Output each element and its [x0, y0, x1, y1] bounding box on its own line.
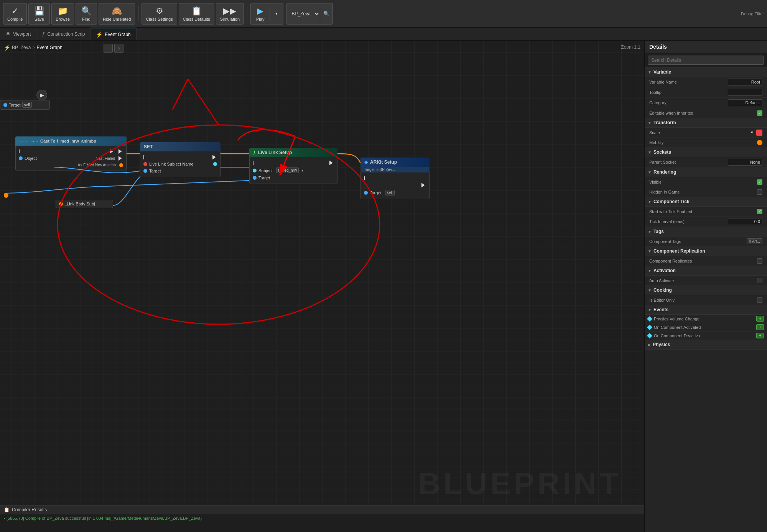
- hide-unrelated-button[interactable]: 🙈 Hide Unrelated: [99, 3, 135, 25]
- livelink-exec-out: [329, 161, 334, 165]
- livelink-target-pin: [253, 176, 257, 180]
- tooltip-label: Tooltip: [649, 90, 725, 95]
- category-input[interactable]: [728, 99, 762, 106]
- find-button[interactable]: 🔍 Find: [76, 3, 97, 25]
- sockets-section-label: Sockets: [653, 149, 671, 155]
- arkit-header: ◆ ARKit Setup: [360, 158, 430, 167]
- cast-exec-out: [110, 149, 114, 154]
- arkit-header-label: ARKit Setup: [370, 159, 397, 165]
- section-events[interactable]: ▼ Events: [645, 305, 767, 315]
- save-button[interactable]: 💾 Save: [28, 3, 50, 25]
- breadcrumb-blueprint: BP_Zeva: [12, 45, 31, 50]
- livelink-exec-row: [250, 159, 337, 166]
- viewport-icon: 👁: [5, 31, 11, 37]
- class-defaults-button[interactable]: 📋 Class Defaults: [179, 3, 214, 25]
- cooking-section-label: Cooking: [653, 287, 672, 293]
- start-with-tick-row: Start with Tick Enabled ✓: [645, 207, 767, 217]
- hidden-in-game-row: Hidden in Game: [645, 187, 767, 197]
- breadcrumb: ⚡ BP_Zeva > Event Graph: [4, 44, 63, 51]
- tab-construction-script[interactable]: ƒ Construction Scrip: [36, 28, 91, 40]
- node-livelink: ƒ Live Link Setup Subject f_med_nrw ▾: [249, 148, 337, 184]
- nav-back-button[interactable]: ‹: [104, 44, 113, 53]
- play-label: Play: [256, 17, 264, 21]
- is-editor-only-checkbox[interactable]: [757, 297, 762, 303]
- play-button[interactable]: ▶ Play: [251, 3, 270, 24]
- tab-event-graph[interactable]: ⚡ Event Graph: [91, 28, 136, 40]
- mobility-indicator: [757, 140, 762, 145]
- on-deactivated-label: On Component Deactiva...: [654, 333, 754, 338]
- on-deactivated-add-btn[interactable]: +: [756, 333, 764, 338]
- tab-viewport-label: Viewport: [13, 31, 31, 37]
- details-panel: Details ▼ Variable Variable Name Tooltip…: [644, 41, 767, 532]
- cast-header-label: →→ Cast To f_med_nrw_animbp: [31, 139, 96, 143]
- arkit-exec-in: [364, 176, 369, 181]
- zoom-indicator: Zoom 1:1: [621, 44, 640, 50]
- section-cooking[interactable]: ▼ Cooking: [645, 286, 767, 295]
- tab-construction-label: Construction Scrip: [47, 31, 85, 37]
- editable-inherited-row: Editable when Inherited ✓: [645, 108, 767, 118]
- tab-viewport[interactable]: 👁 Viewport: [0, 28, 36, 40]
- arkit-play-row: [361, 182, 429, 189]
- physics-volume-add-btn[interactable]: +: [756, 316, 764, 322]
- canvas-play-button[interactable]: ▶: [36, 90, 47, 100]
- hidden-in-game-checkbox[interactable]: [757, 189, 762, 195]
- toolbar-separator-1: [138, 6, 138, 21]
- livelink-target-row: Target: [250, 174, 337, 181]
- details-search-area: [645, 53, 767, 67]
- section-variable[interactable]: ▼ Variable: [645, 67, 767, 77]
- compile-button[interactable]: ✓ Compile: [3, 3, 27, 25]
- scale-dropdown[interactable]: ▾: [751, 130, 753, 135]
- find-icon: 🔍: [81, 6, 92, 16]
- on-activated-diamond: [647, 324, 652, 330]
- variable-name-input[interactable]: [728, 79, 762, 85]
- compiler-title: Compiler Results: [12, 507, 47, 512]
- class-settings-button[interactable]: ⚙ Class Settings: [142, 3, 177, 25]
- auto-activate-checkbox[interactable]: [757, 278, 762, 283]
- set-target-label: Target: [149, 169, 161, 173]
- nav-forward-button[interactable]: ›: [114, 44, 123, 53]
- blueprint-canvas[interactable]: ⚡ BP_Zeva > Event Graph ‹ › Zoom 1:1 ▶ T…: [0, 41, 644, 532]
- parent-socket-input[interactable]: [728, 159, 762, 166]
- compiler-content: • [5865,73] Compile of BP_Zeva successfu…: [0, 514, 644, 522]
- cast-fail-pin: [119, 156, 123, 161]
- debug-select[interactable]: BP_Zeva: [287, 3, 320, 24]
- section-activation[interactable]: ▼ Activation: [645, 266, 767, 276]
- tick-interval-input[interactable]: [728, 218, 762, 225]
- debug-search-button[interactable]: 🔍: [320, 3, 332, 24]
- section-transform[interactable]: ▼ Transform: [645, 118, 767, 128]
- tabbar: 👁 Viewport ƒ Construction Scrip ⚡ Event …: [0, 28, 767, 41]
- component-replicates-checkbox[interactable]: [757, 258, 762, 264]
- play-dropdown-button[interactable]: ▾: [270, 3, 283, 24]
- start-with-tick-label: Start with Tick Enabled: [649, 209, 754, 214]
- red-circle-annotation: [0, 41, 644, 532]
- details-search-input[interactable]: [648, 56, 764, 65]
- section-component-tick[interactable]: ▼ Component Tick: [645, 197, 767, 207]
- play-dropdown-icon: ▾: [275, 11, 278, 16]
- component-tags-row: Component Tags 0 Arr...: [645, 236, 767, 246]
- section-component-replication[interactable]: ▼ Component Replication: [645, 246, 767, 256]
- tags-collapse-icon: ▼: [648, 230, 652, 234]
- set-exec-in: [143, 155, 148, 159]
- llinkbody-label: LLink Body Subj: [64, 202, 95, 206]
- section-sockets[interactable]: ▼ Sockets: [645, 148, 767, 157]
- section-physics[interactable]: ▶ Physics: [645, 340, 767, 350]
- tooltip-input[interactable]: [728, 89, 762, 96]
- livelink-subject-dropdown[interactable]: ▾: [301, 168, 303, 172]
- visible-checkbox[interactable]: ✓: [757, 179, 762, 185]
- browse-button[interactable]: 📁 Browse: [51, 3, 74, 25]
- cast-header-icon: →→: [19, 138, 28, 144]
- physics-volume-diamond: [647, 316, 652, 321]
- class-defaults-label: Class Defaults: [183, 17, 210, 21]
- editable-inherited-checkbox[interactable]: ✓: [757, 110, 762, 116]
- arkit-target-value: self: [385, 190, 395, 195]
- section-tags[interactable]: ▼ Tags: [645, 227, 767, 236]
- component-tick-section-label: Component Tick: [653, 199, 690, 204]
- set-llsn-label: Live Link Subject Name: [149, 162, 194, 166]
- component-replicates-label: Component Replicates: [649, 259, 754, 263]
- simulation-button[interactable]: ▶▶ Simulation: [216, 3, 244, 25]
- compile-label: Compile: [7, 17, 23, 21]
- on-activated-add-btn[interactable]: +: [756, 324, 764, 330]
- section-rendering[interactable]: ▼ Rendering: [645, 167, 767, 177]
- start-with-tick-checkbox[interactable]: ✓: [757, 209, 762, 214]
- set-header-label: SET: [144, 144, 153, 149]
